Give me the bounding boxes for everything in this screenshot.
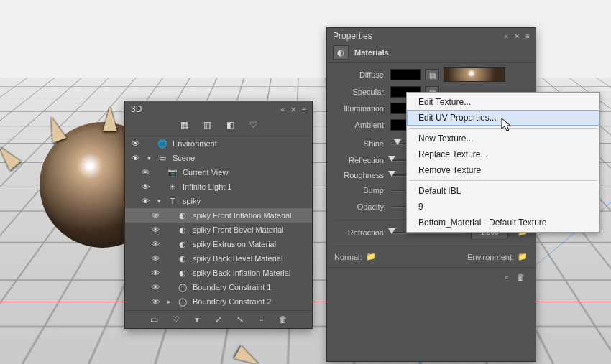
panel-properties-title: Properties [333, 31, 372, 41]
tree-row-label: Boundary Constraint 2 [193, 297, 309, 306]
filter-light-icon[interactable]: ♡ [247, 119, 259, 131]
materials-category-icon[interactable]: ◐ [333, 45, 349, 60]
scene-tree: 👁🌐Environment👁▾▭Scene👁📷Current View👁☀Inf… [125, 136, 312, 310]
footer-trash-icon[interactable]: 🗑 [517, 272, 525, 282]
visibility-toggle-icon[interactable]: 👁 [129, 154, 141, 162]
tree-row-label: spiky Back Bevel Material [193, 254, 309, 263]
mouse-cursor [501, 118, 513, 132]
visibility-toggle-icon[interactable]: 👁 [139, 197, 151, 205]
tree-row[interactable]: 👁🌐Environment [125, 136, 312, 151]
panel-close-icon[interactable]: ✕ [289, 105, 298, 114]
footer-light-icon[interactable]: ♡ [169, 314, 182, 325]
panel-3d: 3D « ✕ ≡ ▦ ▥ ◧ ♡ 👁🌐Environment👁▾▭Scene👁📷… [124, 101, 313, 329]
diffuse-texture-menu-button[interactable]: ▤ [425, 69, 439, 80]
visibility-toggle-icon[interactable]: 👁 [129, 139, 141, 148]
label-ambient: Ambient: [334, 121, 386, 129]
twisty-icon[interactable]: ▾ [145, 154, 152, 162]
panel-close-icon[interactable]: ✕ [513, 32, 521, 41]
tree-row[interactable]: 👁☀Infinite Light 1 [125, 179, 312, 194]
material-icon: ◐ [177, 253, 188, 263]
panel-menu-icon[interactable]: ≡ [524, 32, 531, 41]
label-refraction: Refraction: [334, 228, 386, 237]
visibility-toggle-icon[interactable]: 👁 [150, 254, 161, 263]
menu-item[interactable]: Edit Texture... [407, 94, 599, 110]
normal-folder-icon[interactable]: 📁 [365, 252, 377, 261]
tree-row[interactable]: 👁▸◯Boundary Constraint 2 [125, 294, 312, 309]
footer-scale1-icon[interactable]: ⤢ [212, 314, 225, 325]
footer-down-icon[interactable]: ▾ [190, 314, 203, 325]
tree-row-label: Infinite Light 1 [183, 182, 309, 191]
footer-scale2-icon[interactable]: ⤡ [234, 314, 247, 325]
diffuse-color-swatch[interactable] [390, 69, 421, 80]
panel-collapse-icon[interactable]: « [280, 105, 287, 114]
filter-texture-icon[interactable]: ▦ [178, 119, 190, 131]
row-diffuse: Diffuse: ▤ [334, 67, 528, 82]
twisty-icon[interactable]: ▾ [155, 197, 162, 205]
footer-page-icon[interactable]: ▭ [147, 314, 160, 325]
visibility-toggle-icon[interactable]: 👁 [150, 211, 161, 220]
menu-item[interactable]: Replace Texture... [407, 146, 599, 162]
tree-row[interactable]: 👁◯Boundary Constraint 1 [125, 280, 312, 294]
constraint-icon: ◯ [177, 297, 188, 307]
tree-row[interactable]: 👁◐spiky Extrusion Material [125, 237, 312, 251]
divider [334, 246, 528, 246]
twisty-icon[interactable]: ▸ [165, 298, 173, 305]
panel-3d-title: 3D [131, 104, 142, 114]
panel-3d-header[interactable]: 3D « ✕ ≡ [125, 101, 312, 116]
visibility-toggle-icon[interactable]: 👁 [150, 240, 161, 248]
tree-row[interactable]: 👁▾▭Scene [125, 151, 312, 165]
panel-3d-footer: ▭ ♡ ▾ ⤢ ⤡ ▫ 🗑 [125, 310, 312, 328]
tree-row-label: Environment [173, 139, 309, 148]
tree-row[interactable]: 👁◐spiky Back Inflation Material [125, 266, 312, 280]
material-icon: ◐ [177, 239, 188, 249]
row-normal-environment: Normal: 📁 Environment: 📁 [334, 252, 528, 261]
texture-context-menu: Edit Texture...Edit UV Properties...New … [406, 92, 600, 233]
label-roughness: Roughness: [334, 171, 386, 179]
tree-row-label: Scene [173, 154, 309, 162]
label-normal: Normal: [334, 253, 362, 261]
tree-row[interactable]: 👁◐spiky Front Inflation Material [125, 208, 312, 223]
panel-properties-header[interactable]: Properties « ✕ ≡ [327, 28, 536, 42]
tree-row-label: spiky Back Inflation Material [193, 269, 309, 277]
panel-3d-toolbar: ▦ ▥ ◧ ♡ [125, 116, 312, 136]
tree-row-label: spiky [183, 197, 309, 205]
tree-row[interactable]: 👁📷Current View [125, 165, 312, 179]
tree-row-label: spiky Extrusion Material [193, 240, 309, 248]
diffuse-texture-preview[interactable] [444, 67, 505, 82]
panel-menu-icon[interactable]: ≡ [300, 105, 308, 114]
filter-material-icon[interactable]: ◧ [224, 119, 236, 131]
panel-collapse-icon[interactable]: « [503, 32, 510, 41]
visibility-toggle-icon[interactable]: 👁 [150, 225, 161, 234]
tree-row[interactable]: 👁◐spiky Back Bevel Material [125, 251, 312, 266]
label-shine: Shine: [334, 139, 386, 148]
camera-icon: 📷 [167, 167, 178, 177]
menu-item[interactable]: Bottom_Material - Default Texture [407, 215, 599, 230]
tree-row[interactable]: 👁◐spiky Front Bevel Material [125, 223, 312, 237]
menu-item[interactable]: Default IBL [407, 183, 599, 199]
environment-folder-icon[interactable]: 📁 [517, 252, 528, 261]
material-icon: ◐ [177, 210, 188, 220]
globe-icon: 🌐 [157, 139, 168, 149]
text3d-icon: T [167, 196, 178, 206]
visibility-toggle-icon[interactable]: 👁 [150, 269, 161, 277]
footer-trash-icon[interactable]: 🗑 [277, 314, 290, 325]
menu-item[interactable]: Remove Texture [407, 162, 599, 178]
filter-mesh-icon[interactable]: ▥ [201, 119, 213, 131]
visibility-toggle-icon[interactable]: 👁 [150, 297, 161, 306]
footer-new-icon[interactable]: ▫ [255, 314, 268, 325]
menu-item[interactable]: 9 [407, 199, 599, 215]
menu-item[interactable]: New Texture... [407, 131, 599, 146]
tree-row[interactable]: 👁▾Tspiky [125, 194, 312, 208]
subheader-label: Materials [354, 48, 389, 57]
label-environment: Environment: [467, 253, 514, 261]
visibility-toggle-icon[interactable]: 👁 [139, 182, 151, 191]
label-opacity: Opacity: [334, 202, 386, 211]
visibility-toggle-icon[interactable]: 👁 [150, 283, 161, 291]
label-bump: Bump: [334, 186, 386, 195]
material-icon: ◐ [177, 225, 188, 235]
footer-new-icon[interactable]: ▫ [505, 272, 508, 282]
visibility-toggle-icon[interactable]: 👁 [139, 168, 151, 177]
tree-row-label: spiky Front Bevel Material [193, 225, 309, 234]
constraint-icon: ◯ [177, 282, 188, 292]
tree-row-label: Boundary Constraint 1 [193, 283, 309, 291]
